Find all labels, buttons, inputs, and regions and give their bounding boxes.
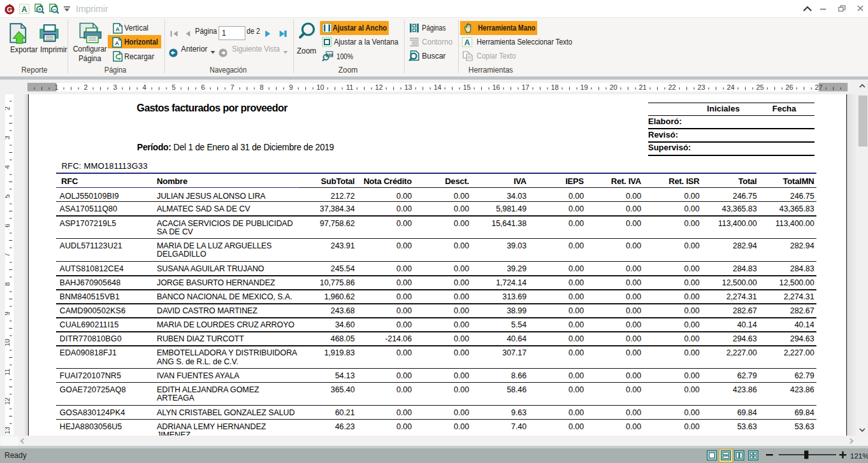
svg-text:16: 16 bbox=[492, 83, 500, 91]
svg-text:6: 6 bbox=[201, 83, 205, 91]
svg-text:22: 22 bbox=[668, 83, 676, 91]
svg-text:A: A bbox=[115, 39, 119, 46]
svg-text:13: 13 bbox=[5, 427, 11, 434]
svg-text:23: 23 bbox=[697, 83, 705, 91]
svg-text:21: 21 bbox=[639, 83, 646, 91]
svg-text:9: 9 bbox=[289, 83, 293, 91]
svg-text:G: G bbox=[7, 6, 13, 13]
svg-text:25: 25 bbox=[756, 83, 763, 91]
svg-text:5: 5 bbox=[5, 194, 11, 197]
svg-text:8: 8 bbox=[5, 281, 11, 285]
svg-text:12: 12 bbox=[5, 397, 11, 405]
svg-text:8: 8 bbox=[260, 83, 264, 91]
svg-text:7: 7 bbox=[231, 83, 235, 91]
svg-text:11: 11 bbox=[5, 368, 11, 375]
svg-text:A: A bbox=[464, 38, 470, 47]
svg-text:10: 10 bbox=[316, 83, 324, 91]
svg-text:17: 17 bbox=[521, 83, 529, 91]
svg-text:5: 5 bbox=[172, 83, 176, 91]
svg-text:4: 4 bbox=[5, 164, 11, 168]
svg-text:11: 11 bbox=[346, 83, 353, 91]
svg-text:15: 15 bbox=[463, 83, 470, 91]
svg-text:12: 12 bbox=[375, 83, 382, 91]
svg-text:9: 9 bbox=[5, 311, 11, 315]
svg-text:7: 7 bbox=[5, 252, 11, 256]
svg-text:1: 1 bbox=[55, 83, 59, 91]
svg-text:20: 20 bbox=[609, 83, 617, 91]
svg-text:13: 13 bbox=[404, 83, 412, 91]
svg-text:3: 3 bbox=[5, 135, 11, 139]
svg-text:−: − bbox=[53, 6, 56, 13]
svg-text:A: A bbox=[115, 26, 120, 32]
svg-text:14: 14 bbox=[433, 83, 441, 91]
svg-text:3: 3 bbox=[113, 83, 117, 91]
svg-text:19: 19 bbox=[580, 83, 588, 91]
svg-text:24: 24 bbox=[727, 83, 734, 91]
svg-text:6: 6 bbox=[5, 223, 11, 227]
svg-text:26: 26 bbox=[785, 83, 793, 91]
svg-text:+: + bbox=[38, 6, 41, 13]
svg-text:A: A bbox=[22, 5, 27, 14]
svg-text:27: 27 bbox=[814, 83, 822, 91]
svg-text:18: 18 bbox=[551, 83, 558, 91]
svg-text:2: 2 bbox=[5, 106, 11, 110]
svg-text:2: 2 bbox=[84, 83, 88, 91]
svg-text:4: 4 bbox=[143, 83, 147, 91]
svg-text:10: 10 bbox=[5, 339, 11, 346]
